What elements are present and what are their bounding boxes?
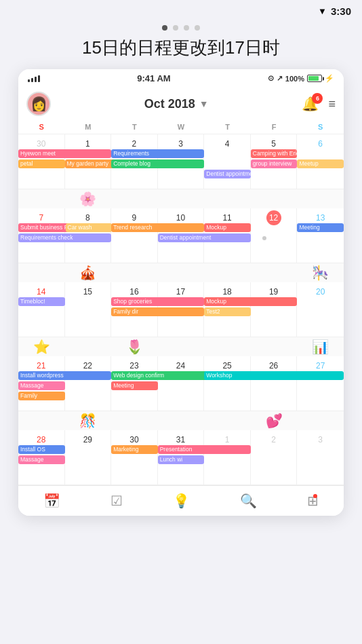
cal-cell-17[interactable]: 17 — [158, 282, 205, 337]
day-num-7: 7 — [34, 210, 49, 225]
calendar-week-1: 30 1 2 3 4 5 6 Hyewon meet Requirements … — [18, 134, 344, 189]
cal-cell-6[interactable]: 6 — [297, 134, 344, 189]
sticker-cell-2-6: 🎠 — [297, 263, 344, 282]
nav-more[interactable]: ⊞ — [307, 493, 319, 509]
cal-cell-5[interactable]: 5 — [251, 134, 298, 189]
cal-cell-15[interactable]: 15 — [65, 282, 112, 337]
dot-3 — [184, 25, 189, 31]
nav-tasks[interactable]: ☑ — [110, 493, 123, 509]
day-num-nov3: 3 — [313, 432, 328, 447]
page-dots — [0, 25, 362, 31]
day-num-12: 12 — [266, 210, 281, 225]
nav-ideas[interactable]: 💡 — [173, 493, 190, 509]
cal-cell-31[interactable]: 31 — [158, 430, 205, 485]
cal-cell-7[interactable]: 7 — [18, 208, 65, 263]
cal-cell-30[interactable]: 30 — [18, 134, 65, 189]
day-header-mon: M — [65, 120, 112, 134]
sticker-cell-1-0 — [18, 189, 65, 208]
sticker-cell-2-2 — [111, 263, 158, 282]
cal-cell-28[interactable]: 28 — [18, 430, 65, 485]
day-num-18: 18 — [220, 284, 235, 299]
cal-cell-30b[interactable]: 30 — [111, 430, 158, 485]
cal-cell-10[interactable]: 10 — [158, 208, 205, 263]
cal-cell-16[interactable]: 16 — [111, 282, 158, 337]
bolt-icon: ⚡ — [325, 74, 334, 83]
day-num-nov2: 2 — [266, 432, 281, 447]
phone-frame: 9:41 AM ⊙ ↗ 100% ⚡ 👩 Oct 2018 ▼ 🔔 6 ≡ — [18, 69, 344, 516]
avatar[interactable]: 👩 — [26, 92, 51, 116]
day-num-23: 23 — [127, 358, 142, 373]
month-selector[interactable]: Oct 2018 ▼ — [144, 97, 209, 111]
cal-cell-4[interactable]: 4 — [204, 134, 251, 189]
cal-cell-23[interactable]: 23 — [111, 356, 158, 411]
cal-cell-nov1[interactable]: 1 — [204, 430, 251, 485]
sticker-cell-4-5: 💕 — [251, 411, 298, 430]
sticker-cell-1-3 — [158, 189, 205, 208]
cal-cell-3[interactable]: 3 — [158, 134, 205, 189]
cal-cell-1[interactable]: 1 — [65, 134, 112, 189]
day-header-tue: T — [111, 120, 158, 134]
cal-cell-2[interactable]: 2 — [111, 134, 158, 189]
day-num-2: 2 — [127, 136, 142, 151]
day-num-28: 28 — [34, 432, 49, 447]
day-num-10: 10 — [173, 210, 188, 225]
sticker-cell-4-3 — [158, 411, 205, 430]
sticker-cell-2-1: 🎪 — [65, 263, 112, 282]
cal-cell-11[interactable]: 11 — [204, 208, 251, 263]
nav-calendar[interactable]: 📅 — [43, 493, 60, 509]
cal-cell-18[interactable]: 18 — [204, 282, 251, 337]
day-header-thu: T — [204, 120, 251, 134]
cal-cell-nov3[interactable]: 3 — [297, 430, 344, 485]
notification-badge: 6 — [312, 93, 323, 104]
nav-search[interactable]: 🔍 — [240, 493, 257, 509]
cal-cell-12[interactable]: 12 — [251, 208, 298, 263]
cal-cell-20[interactable]: 20 — [297, 282, 344, 337]
cal-cell-nov2[interactable]: 2 — [251, 430, 298, 485]
avatar-image: 👩 — [31, 96, 47, 112]
day-header-fri: F — [251, 120, 298, 134]
sticker-cell-3-4 — [204, 337, 251, 356]
calendar-nav-icon: 📅 — [43, 493, 60, 509]
sticker-cell-1-4 — [204, 189, 251, 208]
cal-cell-8[interactable]: 8 — [65, 208, 112, 263]
day-num-20: 20 — [313, 284, 328, 299]
day-num-22: 22 — [80, 358, 95, 373]
day-num-31: 31 — [173, 432, 188, 447]
cal-cell-22[interactable]: 22 — [65, 356, 112, 411]
sticker-cell-1-1: 🌸 — [65, 189, 112, 208]
menu-icon[interactable]: ≡ — [328, 97, 336, 111]
sticker-cell-4-1: 🎊 — [65, 411, 112, 430]
cal-cell-25[interactable]: 25 — [204, 356, 251, 411]
ideas-nav-icon: 💡 — [173, 493, 190, 509]
phone-status-bar: 9:41 AM ⊙ ↗ 100% ⚡ — [18, 69, 344, 88]
calendar-week-3: 14 15 16 17 18 19 20 Timebloc! Shop groc… — [18, 282, 344, 337]
signal-icon — [28, 75, 40, 82]
cal-cell-9[interactable]: 9 — [111, 208, 158, 263]
sticker-cell-3-1 — [65, 337, 112, 356]
sticker-cell-4-2 — [111, 411, 158, 430]
status-bar: ▼ 3:30 — [0, 0, 362, 20]
day-num-5: 5 — [266, 136, 281, 151]
cal-cell-29[interactable]: 29 — [65, 430, 112, 485]
cal-cell-21[interactable]: 21 — [18, 356, 65, 411]
notification-button[interactable]: 🔔 6 — [302, 96, 319, 112]
day-num-30: 30 — [34, 136, 49, 151]
day-num-29: 29 — [80, 432, 95, 447]
phone-time: 9:41 AM — [137, 73, 170, 83]
cal-cell-27[interactable]: 27 — [297, 356, 344, 411]
cal-cell-24[interactable]: 24 — [158, 356, 205, 411]
nav-badge — [313, 494, 317, 498]
day-num-25: 25 — [220, 358, 235, 373]
cal-cell-13[interactable]: 13 — [297, 208, 344, 263]
dot-1 — [162, 25, 167, 31]
day-num-15: 15 — [80, 284, 95, 299]
day-num-24: 24 — [173, 358, 188, 373]
cal-cell-19[interactable]: 19 — [251, 282, 298, 337]
day-num-14: 14 — [34, 284, 49, 299]
cal-cell-14[interactable]: 14 — [18, 282, 65, 337]
cal-cell-26[interactable]: 26 — [251, 356, 298, 411]
day-header-wed: W — [158, 120, 205, 134]
day-num-nov1: 1 — [220, 432, 235, 447]
sticker-row-4: 🎊 💕 — [18, 411, 344, 430]
day-header-sat: S — [297, 120, 344, 134]
